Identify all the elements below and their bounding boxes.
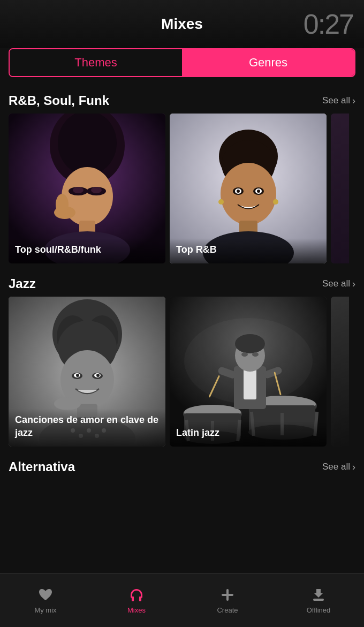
tab-themes[interactable]: Themes bbox=[10, 49, 182, 76]
header: Mixes 0:27 bbox=[0, 0, 364, 48]
section-alternativa-title: Alternativa bbox=[9, 459, 75, 474]
bottom-nav: My mix Mixes Create Offlined bbox=[0, 573, 364, 627]
alternativa-chevron-icon: › bbox=[352, 462, 355, 473]
alternativa-see-all[interactable]: See all › bbox=[322, 462, 355, 473]
nav-mymix-label: My mix bbox=[34, 606, 56, 614]
headphones-icon bbox=[128, 587, 145, 603]
tab-genres[interactable]: Genres bbox=[182, 49, 354, 76]
svg-point-2 bbox=[58, 114, 117, 175]
svg-point-6 bbox=[73, 187, 84, 193]
download-icon bbox=[310, 587, 327, 603]
svg-point-25 bbox=[273, 199, 278, 205]
jazz-see-all[interactable]: See all › bbox=[322, 278, 355, 290]
svg-point-68 bbox=[241, 352, 248, 357]
card-jazz2-label: Latin jazz bbox=[170, 421, 327, 447]
nav-mixes-label: Mixes bbox=[127, 606, 146, 614]
nav-item-mixes[interactable]: Mixes bbox=[115, 587, 158, 614]
svg-rect-76 bbox=[313, 599, 324, 601]
svg-point-20 bbox=[237, 190, 240, 193]
card-rnb1-label: Top soul/R&B/funk bbox=[9, 238, 165, 263]
card-jazz3-partial[interactable] bbox=[331, 297, 349, 447]
header-time: 0:27 bbox=[304, 8, 353, 40]
heart-icon bbox=[37, 587, 54, 603]
page-title: Mixes bbox=[161, 16, 203, 33]
rnb-see-all[interactable]: See all › bbox=[322, 95, 355, 107]
nav-item-mymix[interactable]: My mix bbox=[24, 587, 67, 614]
card-rnb1[interactable]: Top soul/R&B/funk bbox=[9, 114, 165, 263]
plus-icon bbox=[219, 587, 236, 603]
rnb-chevron-icon: › bbox=[352, 95, 355, 107]
svg-point-69 bbox=[252, 352, 259, 357]
section-jazz-title: Jazz bbox=[9, 276, 36, 291]
svg-point-36 bbox=[76, 374, 79, 377]
rnb-cards-row: Top soul/R&B/funk bbox=[0, 114, 364, 263]
svg-point-67 bbox=[235, 334, 265, 353]
svg-point-21 bbox=[257, 190, 260, 193]
svg-point-24 bbox=[218, 199, 224, 205]
card-jazz1-label: Canciones de amor en clave de jazz bbox=[9, 409, 165, 447]
nav-offlined-label: Offlined bbox=[307, 606, 331, 614]
svg-point-37 bbox=[96, 374, 100, 377]
card-rnb3-partial[interactable] bbox=[331, 114, 349, 263]
content-area: Themes Genres R&B, Soul, Funk See all › bbox=[0, 48, 364, 573]
section-alternativa: Alternativa See all › bbox=[0, 452, 364, 478]
section-jazz: Jazz See all › bbox=[0, 269, 364, 447]
card-jazz2[interactable]: Latin jazz bbox=[170, 297, 327, 447]
section-rnb: R&B, Soul, Funk See all › bbox=[0, 86, 364, 263]
nav-item-create[interactable]: Create bbox=[206, 587, 249, 614]
svg-point-7 bbox=[91, 187, 102, 193]
jazz-cards-row: Canciones de amor en clave de jazz bbox=[0, 297, 364, 447]
svg-rect-65 bbox=[244, 367, 256, 399]
svg-point-11 bbox=[56, 194, 69, 215]
tab-bar: Themes Genres bbox=[9, 48, 355, 77]
jazz-chevron-icon: › bbox=[352, 278, 355, 290]
svg-rect-75 bbox=[222, 594, 233, 596]
section-rnb-title: R&B, Soul, Funk bbox=[9, 93, 109, 108]
card-rnb2[interactable]: Top R&B bbox=[170, 114, 327, 263]
section-jazz-header: Jazz See all › bbox=[0, 269, 364, 297]
card-rnb2-label: Top R&B bbox=[170, 238, 327, 263]
card-jazz1[interactable]: Canciones de amor en clave de jazz bbox=[9, 297, 165, 447]
nav-create-label: Create bbox=[217, 606, 238, 614]
svg-point-15 bbox=[221, 163, 276, 225]
section-rnb-header: R&B, Soul, Funk See all › bbox=[0, 86, 364, 114]
nav-item-offlined[interactable]: Offlined bbox=[297, 587, 340, 614]
